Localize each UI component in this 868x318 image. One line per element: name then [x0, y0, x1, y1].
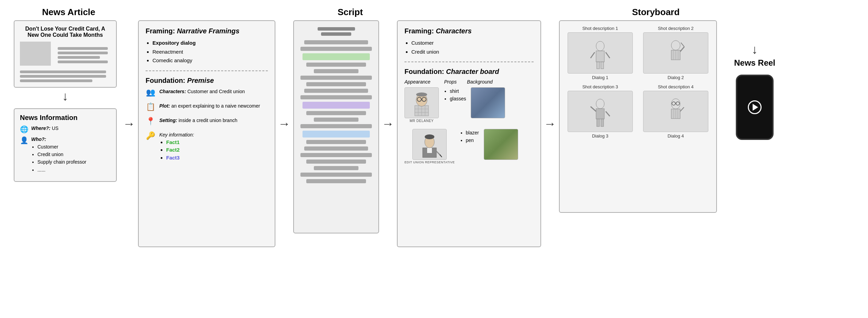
shot-desc-4: Shot description 4 — [658, 84, 694, 89]
props-label: Props — [444, 79, 457, 85]
shot-dialog-3: Dialog 3 — [592, 133, 608, 139]
globe-icon: 🌐 — [20, 125, 28, 133]
play-button[interactable] — [748, 100, 762, 114]
shot1-svg — [573, 36, 628, 70]
plot-item: 📋 Plot: an expert explaining to a naive … — [146, 102, 268, 111]
who-item-1: Customer — [37, 143, 86, 151]
char2-photo — [484, 129, 518, 160]
script-col — [293, 20, 379, 233]
svg-rect-35 — [601, 119, 604, 127]
char-item-2: Credit union — [411, 47, 534, 56]
news-article-text-lines — [58, 42, 111, 68]
key-text: Key information: Fact1 Fact2 Fact3 — [159, 131, 194, 162]
key-item: 🔑 Key information: Fact1 Fact2 Fact3 — [146, 131, 268, 162]
shot-sketch-3 — [568, 91, 633, 132]
news-info-card: News Information 🌐 Where?: US 👤 Who?: Cu… — [14, 108, 117, 182]
sl-8 — [300, 95, 372, 99]
foundation-left-label: Foundation: — [146, 77, 187, 84]
news-line-b3 — [20, 79, 92, 82]
storyboard-title-cell: Storyboard — [573, 7, 738, 18]
svg-point-23 — [671, 41, 680, 50]
svg-rect-12 — [427, 148, 432, 153]
plot-icon: 📋 — [146, 102, 155, 111]
divider-1 — [146, 70, 268, 71]
char2-label: EDIT UNION REPRESENTATIVE — [404, 161, 455, 164]
char1-photo — [471, 87, 505, 118]
sl-5 — [300, 76, 372, 80]
shot-desc-2: Shot description 2 — [658, 26, 694, 31]
narrative-list: Expository dialog Reenactment Comedic an… — [146, 39, 268, 65]
char2-props-list: blazer pen — [460, 129, 479, 144]
characters-icon: 👥 — [146, 88, 155, 97]
phone-screen — [739, 81, 770, 134]
shot-item-2: Shot description 2 — [640, 26, 711, 80]
who-item-3: Supply chain professor — [37, 158, 86, 166]
char2-prop-2: pen — [466, 136, 479, 144]
script-title: Script — [338, 7, 363, 17]
char-card-1: MR DELANEY shirt glasses — [404, 87, 534, 123]
char-board-value: Character board — [446, 68, 499, 75]
svg-line-44 — [680, 107, 684, 111]
svg-rect-22 — [601, 62, 604, 69]
char-board-title: Foundation: Character board — [404, 68, 534, 76]
script-title-cell: Script — [306, 7, 395, 18]
narrative-item-3: Comedic analogy — [152, 56, 268, 65]
shot-desc-1: Shot description 1 — [582, 26, 618, 31]
characters-list: Customer Credit union — [404, 39, 534, 56]
who-list: Customer Credit union Supply chain profe… — [31, 143, 86, 174]
news-article-col: Don't Lose Your Credit Card, A New One C… — [10, 20, 120, 182]
characters-text: Characters: Customer and Credit union — [159, 88, 245, 95]
char2-svg — [416, 131, 443, 158]
svg-line-28 — [680, 47, 684, 52]
svg-point-10 — [416, 92, 427, 97]
svg-line-29 — [681, 43, 684, 47]
sl-18 — [306, 179, 366, 183]
svg-rect-34 — [597, 119, 599, 127]
char1-props: shirt glasses — [444, 87, 466, 103]
sl-14 — [300, 153, 372, 157]
sl-15 — [306, 160, 366, 164]
shot-item-4: Shot description 4 — [640, 84, 711, 139]
sl-green — [302, 53, 370, 60]
news-line-2 — [58, 52, 108, 54]
fact2: Fact2 — [166, 147, 180, 153]
news-article-image — [20, 42, 51, 66]
arrow-2: → — [275, 117, 293, 131]
char2-prop-1: blazer — [466, 129, 479, 136]
play-icon — [753, 104, 758, 111]
framing-right-value: Characters — [436, 27, 472, 35]
svg-point-17 — [596, 41, 604, 51]
setting-item: 📍 Setting: inside a credit union branch — [146, 117, 268, 126]
shot-dialog-1: Dialog 1 — [592, 75, 608, 80]
narrative-item-1: Expository dialog — [152, 39, 268, 47]
sl-6 — [306, 82, 366, 86]
news-line-4 — [58, 61, 108, 63]
narrative-item-2: Reenactment — [152, 47, 268, 56]
shot-sketch-1 — [568, 32, 633, 74]
titles-row: News Article Script Storyboard — [10, 7, 858, 20]
shot-item-3: Shot description 3 Dia — [564, 84, 636, 139]
shot3-svg — [573, 94, 628, 129]
divider-right — [404, 62, 534, 62]
svg-line-16 — [440, 155, 442, 157]
char1-label: MR DELANEY — [410, 119, 434, 123]
sl-4 — [314, 69, 359, 73]
char2-sketch-container: EDIT UNION REPRESENTATIVE — [404, 129, 455, 164]
svg-line-33 — [606, 111, 610, 116]
char-appearance-row: Appearance Props Background — [404, 79, 534, 85]
arrow-down-storyboard: ↓ — [752, 41, 758, 58]
shot-dialog-2: Dialog 2 — [667, 75, 684, 80]
sl-2 — [300, 47, 372, 51]
storyboard-grid: Shot description 1 Dialog 1 — [564, 26, 711, 139]
shot-desc-3: Shot description 3 — [582, 84, 618, 89]
news-line-b1 — [20, 70, 106, 73]
char1-prop-1: shirt — [450, 87, 466, 95]
where-text: Where?: US — [31, 125, 58, 132]
script-hdr-2 — [321, 32, 351, 36]
newsreel-title: News Reel — [734, 58, 775, 68]
shot-sketch-2 — [643, 32, 708, 74]
char1-prop-2: glasses — [450, 95, 466, 102]
char-card-2: EDIT UNION REPRESENTATIVE blazer pen — [404, 129, 534, 164]
shot-sketch-4 — [643, 91, 708, 132]
who-item: 👤 Who?: Customer Credit union Supply cha… — [20, 136, 111, 174]
